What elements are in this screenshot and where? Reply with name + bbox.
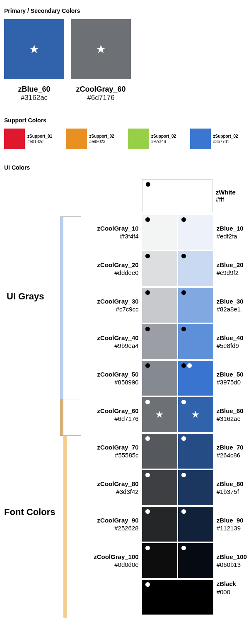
gray-hex: #dddee0	[84, 269, 139, 277]
ui-grays-bar	[60, 216, 63, 399]
mid-bar	[60, 399, 63, 435]
blue-swatch	[178, 324, 213, 359]
gray-name: zCoolGray_90	[84, 516, 139, 525]
blue-swatch	[178, 215, 213, 250]
blue-swatch	[178, 251, 213, 286]
font-colors-label: Font Colors	[4, 507, 55, 518]
blue-name: zBlue_30	[217, 297, 244, 306]
gray-name: zCoolGray_70	[84, 443, 139, 452]
gray-swatch	[142, 288, 177, 323]
gray-label: zCoolGray_50 #858990	[84, 370, 142, 386]
support-hex: #3b77d1	[213, 139, 238, 144]
tick	[60, 216, 81, 217]
left-labels-column: UI Grays Font Colors	[4, 179, 60, 615]
support-hex: #97cf46	[151, 139, 176, 144]
black-hex: #000	[217, 588, 237, 596]
primary-hex: #6d7176	[71, 94, 131, 102]
ui-colors-wrap: UI Grays Font Colors zWhite #fff zCoolGr…	[4, 179, 247, 615]
support-name: zSupport_02	[89, 134, 114, 139]
scale-row: zCoolGray_90 #252628 zBlue_90 #112139	[84, 506, 247, 542]
tick	[60, 399, 81, 399]
gray-hex: #252628	[84, 524, 139, 532]
ui-grays-label: UI Grays	[7, 291, 44, 302]
contrast-dot-icon	[181, 217, 186, 222]
support-name: zSupport_01	[27, 134, 52, 139]
blue-hex: #edf2fa	[217, 232, 244, 241]
primary-swatch-blue: ★ zBlue_60 #3162ac	[4, 19, 64, 102]
contrast-dot-icon	[145, 290, 150, 295]
gray-name: zCoolGray_30	[84, 297, 139, 306]
gray-name: zCoolGray_10	[84, 224, 139, 233]
primary-row: ★ zBlue_60 #3162ac ★ zCoolGray_60 #6d717…	[4, 19, 247, 102]
gray-swatch	[142, 507, 177, 542]
blue-hex: #5e8fd9	[217, 342, 244, 350]
contrast-dot-icon	[145, 582, 150, 587]
gray-name: zCoolGray_100	[84, 553, 139, 561]
gray-name: zCoolGray_20	[84, 261, 139, 269]
support-row: zSupport_01 #e0182d zSupport_02 #e99023 …	[4, 129, 247, 149]
primary-hex: #3162ac	[4, 94, 64, 102]
support-swatch: zSupport_02 #3b77d1	[190, 129, 247, 149]
support-hex: #e0182d	[27, 139, 52, 144]
blue-name: zBlue_10	[217, 224, 244, 233]
scale-row: zCoolGray_30 #c7c9cc zBlue_30 #82a8e1	[84, 287, 247, 323]
scale-row: zCoolGray_100 #0d0d0e zBlue_100 #060b13	[84, 542, 247, 579]
gray-label: zCoolGray_70 #55585c	[84, 443, 142, 459]
gray-hex: #9b9ea4	[84, 342, 139, 350]
support-name: zSupport_02	[213, 134, 238, 139]
contrast-dot-icon	[145, 363, 150, 368]
primary-section-title: Primary / Secondary Colors	[4, 7, 247, 14]
range-bars-column	[60, 179, 84, 615]
contrast-dot-icon	[145, 400, 150, 404]
contrast-dot-icon	[181, 327, 186, 331]
gray-hex: #3d3f42	[84, 488, 139, 496]
tick	[60, 435, 81, 436]
support-color	[66, 129, 87, 149]
gray-name: zCoolGray_40	[84, 334, 139, 342]
support-hex: #e99023	[89, 139, 114, 144]
star-icon: ★	[29, 42, 39, 56]
contrast-dot-icon	[145, 436, 150, 441]
black-row: zBlack #000	[142, 580, 247, 615]
contrast-dot-icon	[181, 509, 186, 514]
font-colors-bar	[63, 435, 67, 618]
blue-swatch	[178, 434, 213, 469]
blue-label: zBlue_70 #264c86	[217, 443, 244, 459]
primary-color-gray: ★	[71, 19, 131, 79]
scale-row: zCoolGray_50 #858990 zBlue_50 #3975d0	[84, 360, 247, 396]
blue-name: zBlue_40	[217, 334, 244, 342]
gray-label: zCoolGray_90 #252628	[84, 516, 142, 532]
primary-color-blue: ★	[4, 19, 64, 79]
gray-hex: #55585c	[84, 451, 139, 459]
scale-row: zCoolGray_40 #9b9ea4 zBlue_40 #5e8fd9	[84, 323, 247, 360]
contrast-dot-icon	[145, 546, 150, 550]
blue-name: zBlue_60	[217, 407, 244, 415]
gray-label: zCoolGray_10 #f3f4f4	[84, 224, 142, 241]
support-section-title: Support Colors	[4, 117, 247, 124]
gray-swatch	[142, 251, 177, 286]
blue-hex: #112139	[217, 524, 244, 532]
blue-swatch	[178, 507, 213, 542]
white-swatch	[142, 179, 212, 212]
blue-hex: #264c86	[217, 451, 244, 459]
blue-hex: #c9d9f2	[217, 269, 244, 277]
star-icon: ★	[191, 409, 200, 420]
support-swatch: zSupport_02 #97cf46	[128, 129, 185, 149]
blue-name: zBlue_20	[217, 261, 244, 269]
primary-name: zBlue_60	[4, 85, 64, 94]
support-swatch: zSupport_02 #e99023	[66, 129, 123, 149]
gray-swatch	[142, 434, 177, 469]
gray-label: zCoolGray_80 #3d3f42	[84, 480, 142, 496]
star-icon: ★	[155, 409, 164, 420]
support-color	[190, 129, 211, 149]
gray-label: zCoolGray_60 #6d7176	[84, 407, 142, 423]
gray-swatch: ★	[142, 397, 177, 432]
white-label: zWhite #fff	[216, 189, 236, 203]
blue-name: zBlue_100	[217, 553, 247, 561]
primary-name: zCoolGray_60	[71, 85, 131, 94]
blue-swatch	[178, 361, 213, 396]
black-label: zBlack #000	[217, 580, 237, 615]
blue-name: zBlue_90	[217, 516, 244, 525]
blue-hex: #3975d0	[217, 378, 244, 386]
contrast-dot-icon	[181, 254, 186, 258]
